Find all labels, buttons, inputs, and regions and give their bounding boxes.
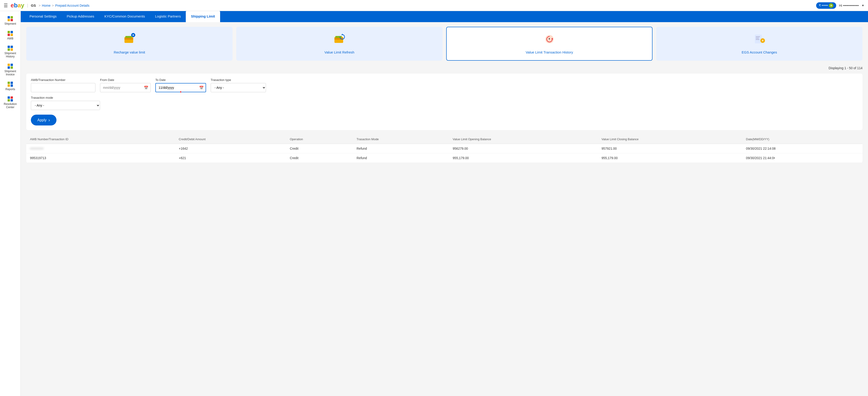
cell-awb: •••••••••••• bbox=[26, 144, 175, 153]
sidebar-label-shipment-invoice: Shipment Invoice bbox=[3, 69, 18, 76]
svg-rect-19 bbox=[763, 40, 763, 41]
card-egs-changes[interactable]: EGS Account Changes bbox=[656, 27, 863, 61]
sidebar-item-reports[interactable]: Reports bbox=[1, 79, 20, 93]
card-recharge-label: Recharge value limit bbox=[114, 50, 145, 55]
shipment-icon bbox=[8, 16, 13, 21]
card-recharge[interactable]: Recharge value limit bbox=[26, 27, 232, 61]
transaction-type-select[interactable]: - Any - Credit Debit bbox=[211, 83, 266, 92]
cell-awb: 995319713 bbox=[26, 153, 175, 163]
main-content: Personal Settings Pickup Addresses KYC/C… bbox=[21, 11, 868, 396]
layout: Shipment AWB Shipment History Shipment I… bbox=[0, 11, 868, 396]
from-date-label: From Date bbox=[100, 78, 151, 82]
transaction-mode-label: Trasaction mode bbox=[31, 96, 100, 100]
cell-mode: Refund bbox=[353, 144, 449, 153]
logo: e b a y bbox=[10, 2, 24, 9]
breadcrumb-arrow1: > bbox=[39, 4, 40, 7]
sidebar-item-resolution-center[interactable]: Resolution Center bbox=[1, 94, 20, 111]
tab-logistic-partners[interactable]: Logistic Partners bbox=[150, 11, 186, 22]
balance-plus-button[interactable]: + bbox=[829, 3, 833, 8]
table-row: 995319713 +621 Credit Refund 955,179.00 … bbox=[26, 153, 863, 163]
nav-tabs: Personal Settings Pickup Addresses KYC/C… bbox=[21, 11, 868, 22]
content-area: Recharge value limit Value Limit Refresh bbox=[21, 22, 868, 167]
to-date-calendar-icon[interactable]: 📅 bbox=[199, 86, 204, 90]
cell-closing: 957921.00 bbox=[598, 144, 742, 153]
tab-personal-settings[interactable]: Personal Settings bbox=[25, 11, 62, 22]
balance-amount: ₹ •••••• bbox=[819, 4, 828, 7]
apply-arrow-icon: › bbox=[49, 117, 50, 123]
gs-label: GS bbox=[31, 3, 36, 7]
svg-text:₹: ₹ bbox=[549, 38, 550, 40]
from-date-input[interactable] bbox=[100, 83, 151, 92]
col-date: Date(MM/DD/YY) bbox=[742, 135, 863, 144]
transaction-mode-filter-group: Trasaction mode - Any - Refund Manual Au… bbox=[31, 96, 100, 110]
tab-pickup-addresses[interactable]: Pickup Addresses bbox=[62, 11, 99, 22]
breadcrumb: > Home > Prepaid Account Details bbox=[39, 4, 89, 7]
transaction-mode-select[interactable]: - Any - Refund Manual Auto bbox=[31, 101, 100, 110]
tab-kyc-documents[interactable]: KYC/Common Documents bbox=[99, 11, 150, 22]
card-transaction-history-label: Value Limit Transaction History bbox=[526, 50, 573, 55]
filter-row-1: AWB/Transaction Number From Date 📅 To Da… bbox=[31, 78, 858, 92]
transaction-history-icon: ₹ bbox=[544, 33, 555, 47]
tab-shipping-limit[interactable]: Shipping Limit bbox=[186, 11, 220, 22]
hamburger-menu[interactable]: ☰ bbox=[4, 3, 8, 8]
svg-rect-1 bbox=[124, 38, 133, 40]
to-date-wrapper: 📅 • bbox=[155, 83, 206, 92]
col-closing: Value Limit Closing Balance bbox=[598, 135, 742, 144]
breadcrumb-current: Prepaid Account Details bbox=[55, 4, 89, 7]
transaction-type-label: Trasaction type bbox=[211, 78, 266, 82]
svg-rect-8 bbox=[335, 36, 342, 38]
logo-b: b bbox=[14, 2, 18, 9]
card-refresh[interactable]: Value Limit Refresh bbox=[236, 27, 442, 61]
apply-button[interactable]: Apply › bbox=[31, 115, 57, 125]
logo-y: y bbox=[21, 2, 24, 9]
table-header-row: AWB Number/Transaction ID Credit/Debit A… bbox=[26, 135, 863, 144]
svg-rect-15 bbox=[756, 38, 759, 38]
results-table-container: AWB Number/Transaction ID Credit/Debit A… bbox=[26, 135, 863, 163]
logo-separator: | bbox=[27, 3, 28, 8]
display-count: Displaying 1 - 50 of 114 bbox=[26, 66, 863, 70]
svg-rect-5 bbox=[133, 34, 133, 36]
svg-rect-13 bbox=[755, 35, 762, 44]
awb-filter-group: AWB/Transaction Number bbox=[31, 78, 95, 92]
awb-input[interactable] bbox=[31, 83, 95, 92]
awb-label: AWB/Transaction Number bbox=[31, 78, 95, 82]
from-date-filter-group: From Date 📅 bbox=[100, 78, 151, 92]
from-date-wrapper: 📅 bbox=[100, 83, 151, 92]
topbar-right: ₹ •••••• + Hi •••••••••••••• ▼ bbox=[816, 2, 864, 9]
sidebar-item-shipment[interactable]: Shipment bbox=[1, 14, 20, 28]
sidebar-item-awb[interactable]: AWB bbox=[1, 29, 20, 43]
cell-opening: 955,179.00 bbox=[449, 153, 598, 163]
to-date-label: To Date bbox=[155, 78, 206, 82]
error-dot: • bbox=[180, 90, 181, 94]
cell-amount: +1642 bbox=[175, 144, 286, 153]
col-opening: Value Limit Opening Balance bbox=[449, 135, 598, 144]
breadcrumb-home[interactable]: Home bbox=[42, 4, 51, 7]
sidebar: Shipment AWB Shipment History Shipment I… bbox=[0, 11, 21, 396]
card-transaction-history[interactable]: ₹ Value Limit Transaction History bbox=[446, 27, 652, 61]
svg-rect-16 bbox=[756, 39, 760, 40]
sidebar-label-shipment-history: Shipment History bbox=[3, 52, 18, 58]
col-awb: AWB Number/Transaction ID bbox=[26, 135, 175, 144]
cell-opening: 956279.00 bbox=[449, 144, 598, 153]
recharge-icon bbox=[124, 33, 135, 47]
apply-label: Apply bbox=[37, 118, 46, 122]
svg-rect-2 bbox=[125, 36, 132, 38]
breadcrumb-arrow2: > bbox=[52, 4, 54, 7]
sidebar-label-reports: Reports bbox=[5, 88, 15, 91]
sidebar-label-resolution-center: Resolution Center bbox=[3, 103, 18, 109]
hi-text: Hi •••••••••••••• bbox=[839, 4, 859, 7]
cell-date: 09/30/2021 21:44:0• bbox=[742, 153, 863, 163]
to-date-filter-group: To Date 📅 • bbox=[155, 78, 206, 92]
awb-icon bbox=[8, 31, 13, 36]
transaction-type-filter-group: Trasaction type - Any - Credit Debit bbox=[211, 78, 266, 92]
sidebar-item-shipment-invoice[interactable]: Shipment Invoice bbox=[1, 61, 20, 78]
cell-closing: 955,179.00 bbox=[598, 153, 742, 163]
sidebar-item-shipment-history[interactable]: Shipment History bbox=[1, 44, 20, 60]
card-refresh-label: Value Limit Refresh bbox=[324, 50, 354, 55]
filter-row-2: Trasaction mode - Any - Refund Manual Au… bbox=[31, 96, 858, 110]
balance-badge: ₹ •••••• + bbox=[816, 2, 836, 9]
user-dropdown-arrow[interactable]: ▼ bbox=[862, 4, 864, 7]
col-mode: Trasaction Mode bbox=[353, 135, 449, 144]
logo-e: e bbox=[10, 2, 14, 9]
from-date-calendar-icon[interactable]: 📅 bbox=[144, 86, 149, 90]
